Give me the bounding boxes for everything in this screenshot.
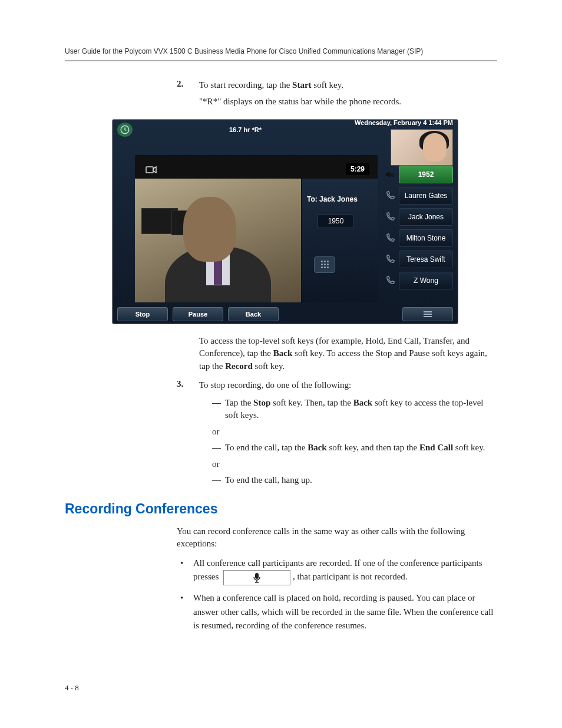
text: To end the call, hang up. <box>225 475 312 485</box>
text: soft key. Then, tap the <box>270 398 353 407</box>
phone-screen: 16.7 hr *R* Wednesday, February 4 1:44 P… <box>112 119 458 324</box>
handset-icon <box>384 274 396 287</box>
handset-icon <box>384 210 396 223</box>
text-bold: Back <box>308 443 327 452</box>
text: Tap the <box>225 398 253 407</box>
step-2-number: 2. <box>177 79 183 89</box>
after-figure-text: To access the top-level soft keys (for e… <box>177 335 497 487</box>
softkey-stop[interactable]: Stop <box>117 307 168 321</box>
step-list: 2. To start recording, tap the Start sof… <box>177 79 497 108</box>
text: soft key. <box>253 361 285 371</box>
dash-icon: — <box>212 474 221 487</box>
step-3-number: 3. <box>177 379 183 389</box>
page: User Guide for the Polycom VVX 1500 C Bu… <box>0 0 562 728</box>
mute-button-image <box>223 570 290 585</box>
text: When a conference call is placed on hold… <box>193 593 494 630</box>
text-bold: Start <box>292 80 312 90</box>
or-separator: or <box>212 459 497 469</box>
option-c: — To end the call, hang up. <box>212 474 497 487</box>
softkey-pause[interactable]: Pause <box>173 307 223 321</box>
contact-label: Jack Jones <box>399 208 453 226</box>
bullet-icon: • <box>180 591 183 605</box>
text-bold: Record <box>225 361 253 371</box>
step-3-options: — To end the call, hang up. <box>212 474 497 487</box>
keypad-icon[interactable] <box>314 256 335 273</box>
step-3-intro: To stop recording, do one of the followi… <box>199 379 497 392</box>
step-3: 3. To stop recording, do one of the foll… <box>177 379 497 487</box>
text: soft key. <box>312 80 343 90</box>
option-b: — To end the call, tap the Back soft key… <box>212 442 497 454</box>
conf-bullet-2: • When a conference call is placed on ho… <box>177 591 497 633</box>
video-remote-person <box>135 179 301 302</box>
contact-label: Teresa Swift <box>399 251 453 268</box>
contacts-side-list: HD 1952 Lauren Gates Jack Jones <box>384 166 453 293</box>
call-to-label: To: Jack Jones <box>307 195 373 203</box>
text: soft key, and then tap the <box>327 443 419 452</box>
self-view-pip <box>391 129 453 166</box>
text: , that participant is not recorded. <box>293 572 408 582</box>
text-bold: End Call <box>419 443 453 452</box>
figure-phone-screenshot: 16.7 hr *R* Wednesday, February 4 1:44 P… <box>112 119 497 324</box>
text: soft key. <box>453 443 485 452</box>
video-camera-icon <box>146 166 157 176</box>
step-3-options: — To end the call, tap the Back soft key… <box>212 442 497 454</box>
step-2-line1: To start recording, tap the Start soft k… <box>199 79 497 92</box>
conf-bullets: • All conference call participants are r… <box>177 556 497 633</box>
call-main-panel: 5:29 To: Jack Jones 1950 <box>135 155 378 302</box>
dash-icon: — <box>212 397 221 410</box>
or-separator: or <box>212 427 497 437</box>
dash-icon: — <box>212 442 221 454</box>
text-bold: Back <box>273 348 293 358</box>
svg-rect-1 <box>146 167 153 173</box>
contact-item[interactable]: Teresa Swift <box>384 251 453 268</box>
svg-text:HD: HD <box>391 173 395 177</box>
contact-item[interactable]: Milton Stone <box>384 229 453 247</box>
person-head <box>183 197 236 262</box>
text: To start recording, tap the <box>199 80 292 90</box>
contact-item[interactable]: Z Wong <box>384 272 453 289</box>
page-number: 4 - 8 <box>65 683 79 693</box>
conf-bullet-1: • All conference call participants are r… <box>177 556 497 585</box>
call-info-panel: To: Jack Jones 1950 <box>302 179 378 302</box>
status-text: 16.7 hr *R* <box>136 126 355 133</box>
clock-icon <box>117 123 133 137</box>
avatar-face <box>423 133 447 162</box>
contact-label: Z Wong <box>399 272 453 289</box>
text-bold: Back <box>353 398 373 407</box>
after-figure-para: To access the top-level soft keys (for e… <box>177 335 497 373</box>
contact-label: Milton Stone <box>399 229 453 247</box>
step-2: 2. To start recording, tap the Start sof… <box>177 79 497 108</box>
running-header: User Guide for the Polycom VVX 1500 C Bu… <box>65 47 497 61</box>
section-heading-recording-conferences: Recording Conferences <box>65 501 497 517</box>
softkey-bar: Stop Pause Back <box>113 305 458 324</box>
call-timer: 5:29 <box>346 163 369 175</box>
dots-icon <box>321 261 329 268</box>
handset-icon <box>384 253 396 266</box>
softkey-menu[interactable] <box>402 307 453 321</box>
contact-active[interactable]: HD 1952 <box>384 166 453 183</box>
conf-intro: You can record conference calls in the s… <box>177 525 497 551</box>
step-3-options: — Tap the Stop soft key. Then, tap the B… <box>212 397 497 423</box>
text-bold: Stop <box>253 398 270 407</box>
svg-rect-6 <box>255 573 259 579</box>
contact-active-label: 1952 <box>399 166 453 183</box>
step-2-line2: "*R*" displays on the status bar while t… <box>199 95 497 108</box>
call-to-ext: 1950 <box>318 214 354 228</box>
text: To end the call, tap the <box>225 443 308 452</box>
bullet-icon: • <box>180 556 183 570</box>
handset-icon <box>384 189 396 202</box>
hd-audio-icon: HD <box>384 168 396 181</box>
contact-item[interactable]: Lauren Gates <box>384 187 453 205</box>
handset-icon <box>384 232 396 245</box>
contact-item[interactable]: Jack Jones <box>384 208 453 226</box>
softkey-back[interactable]: Back <box>228 307 279 321</box>
contact-label: Lauren Gates <box>399 187 453 205</box>
option-a: — Tap the Stop soft key. Then, tap the B… <box>212 397 497 423</box>
status-date: Wednesday, February 4 1:44 PM <box>355 119 453 126</box>
text-block: To access the top-level soft keys (for e… <box>199 335 497 373</box>
